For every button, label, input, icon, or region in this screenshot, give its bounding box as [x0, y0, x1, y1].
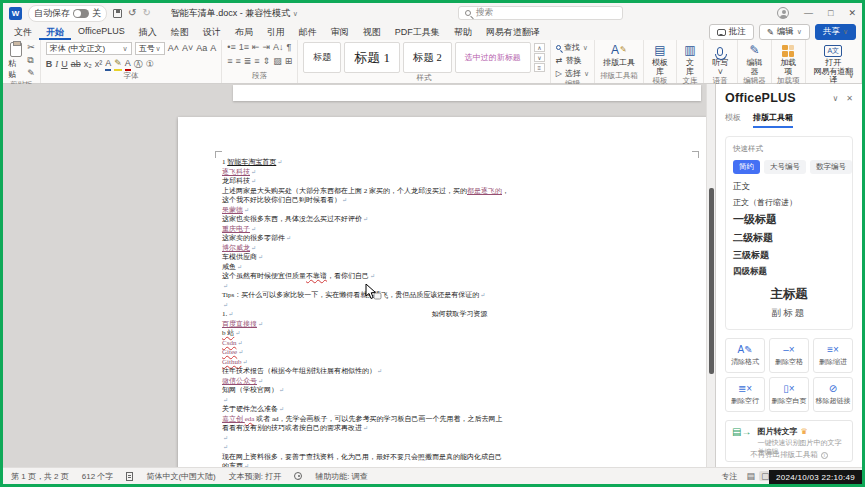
paragraph-button[interactable]: ⊞ — [285, 56, 293, 67]
menu-tab-视图[interactable]: 视图 — [356, 23, 388, 40]
ribbon-button-模板库[interactable]: ▤模板库 — [649, 42, 672, 76]
status-item[interactable]: 文本预测: 打开 — [229, 471, 281, 482]
paragraph-button[interactable]: ≡ — [236, 56, 241, 67]
doc-line[interactable]: 百度直接搜↵ — [222, 320, 697, 330]
menu-tab-OfficePLUS[interactable]: OfficePLUS — [71, 23, 132, 40]
redo-icon[interactable]: ↻ — [142, 8, 150, 18]
share-button[interactable]: 共享 ∨ — [815, 24, 856, 40]
panel-footer-text[interactable]: 不再弹出排版工具箱 — [750, 450, 818, 460]
doc-line[interactable]: 呆蒙德↵ — [222, 206, 697, 216]
doc-line[interactable]: 车模供应商↵ — [222, 253, 697, 263]
menu-tab-审阅[interactable]: 审阅 — [324, 23, 356, 40]
doc-line[interactable]: 1 智能车淘宝首页↵ — [222, 158, 697, 168]
proofing-icon[interactable] — [126, 472, 133, 481]
font-format-button[interactable]: x² — [95, 59, 103, 70]
style-preview-正文[interactable]: 正文 — [733, 181, 845, 193]
editing-mode-button[interactable]: ✎ 编辑 ∨ — [759, 24, 810, 40]
doc-line[interactable]: 知网（学校官网）↵ — [222, 386, 697, 396]
doc-line[interactable]: 微信公众号↵ — [222, 377, 697, 387]
style-preview-正文（首行缩进）[interactable]: 正文（首行缩进） — [733, 197, 845, 208]
paragraph-button[interactable]: ⇕ — [263, 56, 271, 67]
format-painter-icon[interactable]: ✎ — [27, 68, 35, 79]
editing-选择-button[interactable]: ▷选择∨ — [556, 68, 589, 79]
font-format-button[interactable]: Ⓐ — [134, 59, 143, 70]
doc-line[interactable]: 这家卖的很多零部件↵ — [222, 234, 697, 244]
font-format-button[interactable]: ab — [71, 59, 81, 70]
paragraph-button[interactable]: ⇥ — [262, 42, 270, 53]
style-preview-一级标题[interactable]: 一级标题 — [733, 212, 845, 227]
menu-tab-绘图[interactable]: 绘图 — [164, 23, 196, 40]
style-card[interactable]: 选中过的新标题 — [455, 42, 531, 73]
status-item[interactable]: 简体中文(中国大陆) — [146, 471, 215, 482]
doc-line[interactable]: Tips：买什么可以多家比较一下，实在懒得看就买逐飞，贵但品质应该还是有保证的↵ — [222, 291, 697, 301]
font-button[interactable]: Aa — [196, 43, 207, 54]
doc-line[interactable]: 龙邱科技↵ — [222, 177, 697, 187]
gallery-arrow-icon[interactable]: ≡ — [534, 63, 545, 72]
doc-line[interactable]: ↵ — [222, 282, 697, 292]
paragraph-button[interactable]: ≣ — [244, 56, 252, 67]
menu-tab-布局[interactable]: 布局 — [228, 23, 260, 40]
search-input[interactable]: 搜索 — [458, 6, 623, 20]
font-format-button[interactable]: ✎ — [114, 58, 122, 71]
style-card[interactable]: 标题 1 — [344, 42, 400, 73]
menu-tab-开始[interactable]: 开始 — [39, 23, 71, 40]
font-format-button[interactable]: A — [105, 58, 111, 71]
doc-line[interactable]: Csdn↵ — [222, 339, 697, 349]
cut-icon[interactable]: ✂ — [27, 42, 35, 53]
autosave-switch-icon[interactable] — [73, 9, 89, 18]
paragraph-button[interactable]: •≡ — [227, 42, 235, 53]
menu-tab-邮件[interactable]: 邮件 — [292, 23, 324, 40]
undo-icon[interactable]: ↺ — [128, 8, 136, 18]
menu-tab-文件[interactable]: 文件 — [7, 23, 39, 40]
panel-tool-删除空格[interactable]: –×删除空格 — [769, 338, 809, 373]
panel-tool-移除超链接[interactable]: ⊘移除超链接 — [813, 377, 853, 412]
panel-tool-删除空白页[interactable]: ▯×删除空白页 — [769, 377, 809, 412]
panel-tab-排版工具箱[interactable]: 排版工具箱 — [753, 112, 793, 128]
doc-line[interactable]: 博尔威龙↵ — [222, 244, 697, 254]
font-format-button[interactable]: I — [55, 59, 58, 70]
doc-line[interactable]: 这个我不好比较你们自己到时候看看）↵ — [222, 196, 697, 206]
read-mode-icon[interactable]: ▤ — [746, 471, 755, 481]
paragraph-button[interactable]: A↓ — [273, 42, 284, 53]
doc-line[interactable]: ↵ — [222, 301, 697, 311]
doc-line[interactable]: 咸鱼↵ — [222, 263, 697, 273]
maximize-button[interactable]: □ — [828, 8, 833, 18]
editing-替换-button[interactable]: ⇄替换 — [556, 55, 582, 66]
paragraph-button[interactable]: ⇤ — [252, 42, 260, 53]
status-item[interactable]: 辅助功能: 调查 — [315, 471, 367, 482]
doc-line[interactable]: 重庆电子↵ — [222, 225, 697, 235]
style-preview-二级标题[interactable]: 二级标题 — [733, 231, 845, 245]
focus-mode-button[interactable]: 专注 — [721, 471, 737, 482]
font-size-select[interactable]: 五号 ∨ — [135, 42, 165, 55]
style-preview-主标题[interactable]: 主标题 — [733, 286, 845, 303]
save-icon[interactable] — [113, 9, 122, 18]
panel-collapse-icon[interactable]: ∨ — [832, 94, 838, 103]
style-card[interactable]: 标题 2 — [403, 42, 452, 73]
menu-tab-插入[interactable]: 插入 — [132, 23, 164, 40]
paragraph-button[interactable]: ≡ — [254, 56, 259, 67]
doc-line[interactable]: 看看有没有别的技巧或者按自己的需求再改进↵ — [222, 424, 697, 434]
doc-line[interactable]: ↵ — [222, 396, 697, 406]
doc-line[interactable]: 现在网上资料很多，要善于查找资料，化为己用，最好不要只会照搬而是真的能内化成自己 — [222, 453, 697, 463]
panel-tool-清除格式[interactable]: A✎清除格式 — [725, 338, 765, 373]
document-page[interactable]: 1 智能车淘宝首页↵逐飞科技↵龙邱科技↵上述两家是大头购买处（大部分东西都在上面… — [178, 117, 711, 467]
status-item[interactable]: 612 个字 — [82, 471, 114, 482]
panel-tool-删除空行[interactable]: ≣×删除空行 — [725, 377, 765, 412]
paragraph-button[interactable]: 1≡ — [239, 42, 249, 53]
doc-line[interactable]: 往年技术报告（根据今年组别找往届有相似性的）↵ — [222, 367, 697, 377]
gallery-arrow-icon[interactable]: ∨ — [534, 53, 545, 62]
quick-style-pill-简约[interactable]: 简约 — [733, 160, 760, 174]
font-format-button[interactable]: ① — [146, 59, 154, 70]
style-preview-四级标题[interactable]: 四级标题 — [733, 266, 845, 278]
doc-line[interactable]: 这个虽然有时候便宜但质量不靠谱，看你们自己↵ — [222, 272, 697, 282]
ribbon-button-听写[interactable]: 听写 ∨ — [709, 42, 733, 76]
editing-查找-button[interactable]: 查找∨ — [556, 42, 588, 53]
gallery-arrow-icon[interactable]: ∧ — [534, 43, 545, 52]
font-format-button[interactable]: B — [46, 59, 53, 70]
paragraph-button[interactable]: ▨ — [273, 56, 282, 67]
font-format-button[interactable]: x₂ — [84, 59, 92, 70]
scrollbar-thumb[interactable] — [709, 188, 714, 374]
ribbon-button-文库[interactable]: ▥文库 — [682, 42, 697, 76]
minimize-button[interactable]: — — [804, 8, 813, 18]
copy-icon[interactable]: ⧉ — [27, 55, 35, 66]
